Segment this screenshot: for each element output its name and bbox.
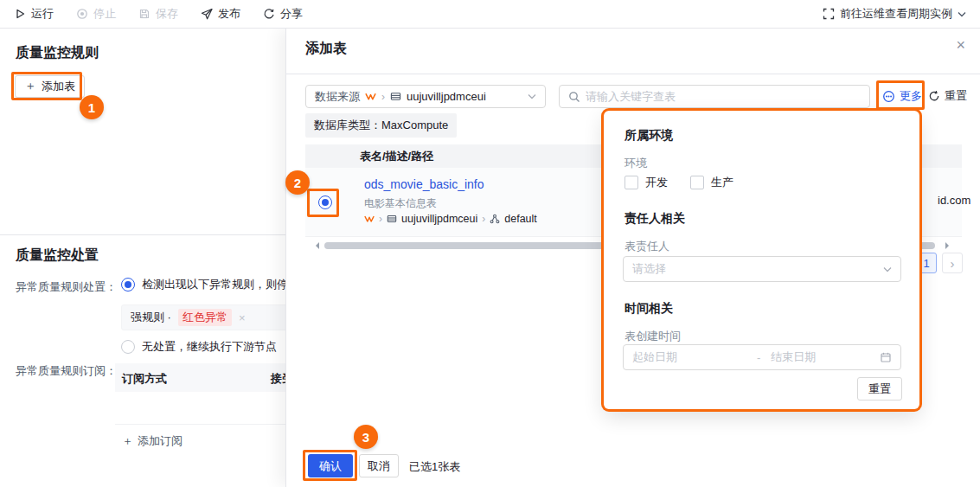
search-icon xyxy=(568,91,580,103)
share-button[interactable]: 分享 xyxy=(263,6,303,22)
annotation-badge-2: 2 xyxy=(285,170,310,195)
env-label: 环境 xyxy=(625,156,647,171)
plus-icon: ＋ xyxy=(24,79,36,94)
workspace-icon xyxy=(364,214,375,224)
save-button[interactable]: 保存 xyxy=(138,6,178,22)
save-label: 保存 xyxy=(156,6,178,22)
confirm-button[interactable]: 确认 xyxy=(308,454,353,477)
start-date-placeholder: 起始日期 xyxy=(632,349,753,365)
owner-text-fragment: id.com xyxy=(938,194,970,207)
end-date-placeholder: 结束日期 xyxy=(771,349,874,365)
rule-chip-box[interactable]: 强规则 · 红色异常 × xyxy=(121,304,285,330)
option-stop-label: 检测出现以下异常规则，则停止调度 xyxy=(142,277,285,292)
add-table-button[interactable]: ＋ 添加表 xyxy=(15,75,85,98)
radio-stop-scheduling[interactable] xyxy=(121,278,135,292)
pagination-next-button[interactable]: › xyxy=(942,253,963,273)
option-none-label: 无处置，继续执行下游节点 xyxy=(142,339,277,355)
share-label: 分享 xyxy=(280,6,303,22)
stop-label: 停止 xyxy=(93,6,116,22)
chevron-down-icon xyxy=(958,11,966,17)
dialog-title: 添加表 xyxy=(305,40,347,58)
refresh-icon xyxy=(928,90,940,102)
sub-col-method: 订阅方式 xyxy=(122,371,167,387)
breadcrumb-separator: › xyxy=(381,91,385,103)
cancel-button[interactable]: 取消 xyxy=(359,454,399,477)
search-input[interactable] xyxy=(586,90,861,103)
scroll-left-arrow[interactable] xyxy=(312,242,319,249)
add-table-label: 添加表 xyxy=(42,79,75,94)
add-subscription-link[interactable]: ＋ 添加订阅 xyxy=(122,433,183,449)
path-project: uujuvilljpdmceui xyxy=(401,213,477,225)
popup-reset-button[interactable]: 重置 xyxy=(857,377,902,400)
checkbox-prod[interactable] xyxy=(690,176,704,189)
chevron-down-icon xyxy=(883,266,892,272)
env-checkbox-group: 开发 生产 xyxy=(625,175,733,190)
stop-icon xyxy=(76,8,88,20)
created-date-range-input[interactable]: 起始日期 - 结束日期 xyxy=(623,344,901,370)
table-path: › uujuvilljpdmceui › default xyxy=(364,213,537,225)
owner-select[interactable]: 请选择 xyxy=(623,256,901,282)
rules-title: 质量监控规则 xyxy=(16,44,99,62)
db-type-badge: 数据库类型：MaxCompute xyxy=(305,113,457,138)
checkbox-prod-label: 生产 xyxy=(711,175,733,190)
disposal-option-stop[interactable]: 检测出现以下异常规则，则停止调度 xyxy=(121,277,285,292)
table-name-link[interactable]: ods_movie_basic_info xyxy=(364,177,484,191)
plus-icon: ＋ xyxy=(122,433,133,449)
datasource-select[interactable]: 数据来源 › uujuvilljpdmceui xyxy=(305,85,546,108)
subscription-empty-row xyxy=(115,392,285,425)
date-range-separator: - xyxy=(757,351,760,364)
sub-col-receiver: 接受人 xyxy=(271,371,285,387)
database-icon xyxy=(387,214,397,224)
goto-ops-link[interactable]: 前往运维查看周期实例 xyxy=(823,6,966,22)
chip-remove-icon[interactable]: × xyxy=(239,311,246,324)
owner-section-title: 责任人相关 xyxy=(625,211,685,227)
owner-select-placeholder: 请选择 xyxy=(632,261,666,277)
run-button[interactable]: 运行 xyxy=(14,6,54,22)
row-radio[interactable] xyxy=(318,195,332,209)
screen: 运行 停止 保存 发布 分享 前往运维查看周期实例 质量监控规则 ＋ 添加表 xyxy=(0,0,980,487)
add-subscription-label: 添加订阅 xyxy=(138,433,183,449)
radio-no-disposal[interactable] xyxy=(121,340,135,354)
workspace-icon xyxy=(365,91,376,102)
datasource-value: uujuvilljpdmceui xyxy=(407,90,486,103)
save-icon xyxy=(138,8,151,20)
more-filters-button[interactable]: 更多 xyxy=(882,88,922,104)
section-divider xyxy=(0,234,285,235)
refresh-reset-button[interactable]: 重置 xyxy=(928,88,967,104)
table-search-box xyxy=(559,85,870,108)
scroll-right-arrow[interactable] xyxy=(945,242,952,249)
breadcrumb-separator: › xyxy=(379,213,382,225)
more-filters-popup: 所属环境 环境 开发 生产 责任人相关 表责任人 请选择 时间相关 表创建时间 … xyxy=(604,111,919,409)
more-label: 更多 xyxy=(900,88,922,104)
ops-icon xyxy=(823,8,835,20)
checkbox-dev[interactable] xyxy=(625,176,638,189)
table-header-label: 表名/描述/路径 xyxy=(360,149,433,164)
reset-top-label: 重置 xyxy=(945,88,967,104)
close-icon[interactable]: × xyxy=(956,37,965,53)
time-section-title: 时间相关 xyxy=(625,301,673,317)
breadcrumb-separator: › xyxy=(482,213,485,225)
run-label: 运行 xyxy=(31,6,54,22)
red-anomaly-chip: 红色异常 xyxy=(178,309,232,326)
publish-label: 发布 xyxy=(218,6,240,22)
database-icon xyxy=(390,91,401,102)
publish-button[interactable]: 发布 xyxy=(201,6,240,22)
disposal-option-none[interactable]: 无处置，继续执行下游节点 xyxy=(121,339,277,355)
subscription-table-header: 订阅方式 接受人 xyxy=(115,363,285,392)
annotation-badge-1: 1 xyxy=(80,95,104,119)
table-owner-label: 表责任人 xyxy=(625,239,669,254)
stop-button[interactable]: 停止 xyxy=(76,6,116,22)
checkbox-dev-label: 开发 xyxy=(645,175,668,190)
top-toolbar: 运行 停止 保存 发布 分享 前往运维查看周期实例 xyxy=(0,0,980,29)
more-icon xyxy=(882,90,895,103)
dialog-header-divider xyxy=(286,74,980,74)
disposal-title: 质量监控处置 xyxy=(16,247,99,265)
selected-count-text: 已选1张表 xyxy=(409,459,460,475)
ops-label: 前往运维查看周期实例 xyxy=(840,6,952,22)
chevron-down-icon xyxy=(528,93,536,99)
add-table-dialog: 添加表 × 数据来源 › uujuvilljpdmceui 更多 重置 数据库类… xyxy=(285,29,980,487)
path-schema: default xyxy=(504,213,537,225)
publish-icon xyxy=(201,8,213,20)
subscription-table: 订阅方式 接受人 ＋ 添加订阅 xyxy=(115,363,285,458)
subscribe-label: 异常质量规则订阅： xyxy=(16,363,117,379)
